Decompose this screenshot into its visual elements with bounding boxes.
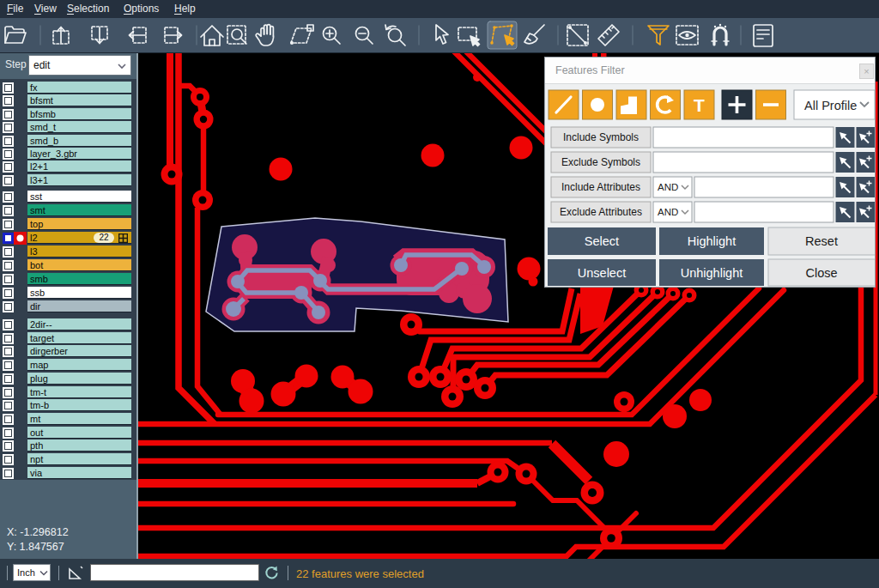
svg-text:Exclude Attributes: Exclude Attributes [560, 206, 642, 218]
svg-text:Unselect: Unselect [578, 266, 626, 280]
svg-text:Reset: Reset [805, 234, 838, 248]
svg-text:Select: Select [585, 234, 619, 248]
svg-text:All Profile: All Profile [804, 99, 857, 112]
svg-text:AND: AND [658, 182, 678, 192]
svg-text:AND: AND [658, 207, 678, 217]
svg-text:Close: Close [805, 266, 837, 280]
svg-text:Include Attributes: Include Attributes [561, 181, 640, 193]
svg-text:Exclude Symbols: Exclude Symbols [561, 156, 640, 168]
svg-text:Highlight: Highlight [688, 234, 736, 248]
svg-text:Unhighlight: Unhighlight [681, 266, 743, 280]
svg-text:Include Symbols: Include Symbols [563, 131, 639, 143]
svg-text:T: T [694, 95, 705, 115]
